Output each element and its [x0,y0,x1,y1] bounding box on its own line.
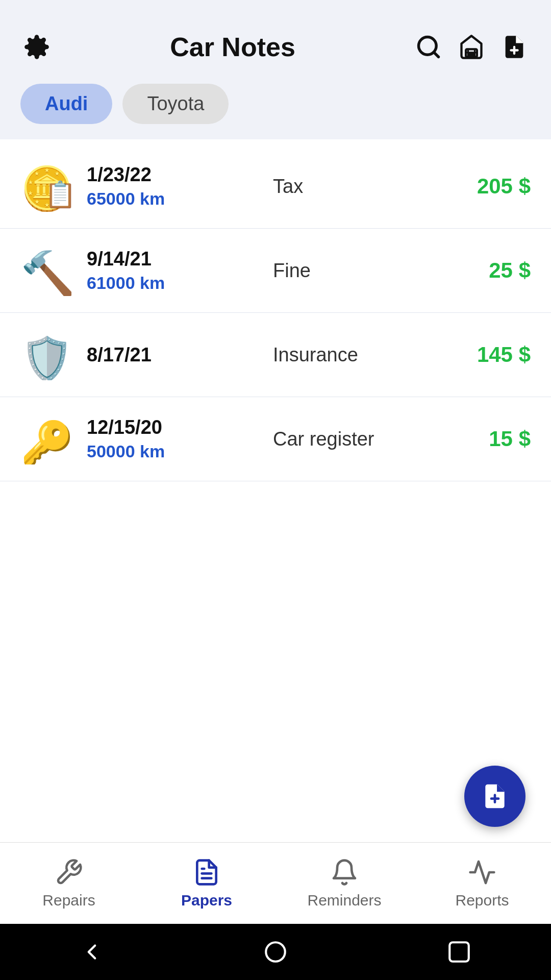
nav-reminders-label: Reminders [307,892,381,909]
record-type: Tax [263,176,434,198]
record-type: Fine [263,260,434,282]
record-info: 9/14/2161000 km [87,248,247,293]
list-item[interactable]: 🔑12/15/2050000 kmCar register15 $ [0,397,551,481]
nav-reports-label: Reports [455,892,509,909]
list-item[interactable]: 🛡️8/17/21Insurance145 $ [0,313,551,397]
record-km: 50000 km [87,442,247,461]
bottom-navigation: Repairs Papers Reminders Reports [0,842,551,924]
nav-papers[interactable]: Papers [138,843,276,924]
svg-line-1 [434,52,438,57]
record-amount: 15 $ [449,427,531,451]
record-amount: 145 $ [449,342,531,367]
record-date: 8/17/21 [87,344,247,366]
add-record-fab[interactable] [464,766,525,827]
svg-text:🔨: 🔨 [20,248,71,296]
app-title: Car Notes [63,32,402,62]
svg-rect-17 [449,942,469,962]
settings-button[interactable] [20,31,53,63]
record-type: Insurance [263,344,434,366]
record-date: 1/23/22 [87,164,247,186]
svg-text:🛡️: 🛡️ [20,334,71,380]
list-item[interactable]: 🔨9/14/2161000 kmFine25 $ [0,229,551,313]
record-icon-2: 🔨 [20,245,71,296]
record-km: 61000 km [87,273,247,293]
svg-point-16 [266,942,285,962]
nav-reminders[interactable]: Reminders [276,843,413,924]
nav-repairs-label: Repairs [42,892,95,909]
tab-audi[interactable]: Audi [20,84,112,124]
tab-toyota[interactable]: Toyota [122,84,229,124]
record-icon-4: 🔑 [20,413,71,464]
records-list: 🪙 📋 1/23/2265000 kmTax205 $🔨9/14/2161000… [0,139,551,842]
record-date: 12/15/20 [87,416,247,438]
nav-repairs[interactable]: Repairs [0,843,138,924]
content-area: 🪙 📋 1/23/2265000 kmTax205 $🔨9/14/2161000… [0,139,551,842]
home-button[interactable] [258,934,293,970]
search-button[interactable] [412,31,445,63]
svg-point-3 [469,53,474,57]
back-button[interactable] [74,934,110,970]
list-item[interactable]: 🪙 📋 1/23/2265000 kmTax205 $ [0,144,551,229]
nav-reports[interactable]: Reports [413,843,551,924]
record-km: 65000 km [87,189,247,209]
car-tabs: Audi Toyota [0,74,551,139]
record-icon-3: 🛡️ [20,329,71,380]
record-amount: 205 $ [449,174,531,199]
record-info: 1/23/2265000 km [87,164,247,209]
record-amount: 25 $ [449,258,531,283]
add-document-button[interactable] [498,31,531,63]
record-date: 9/14/21 [87,248,247,270]
record-type: Car register [263,428,434,450]
record-icon-1: 🪙 📋 [20,161,71,212]
nav-papers-label: Papers [181,892,232,909]
recents-button[interactable] [441,934,477,970]
garage-button[interactable] [455,31,488,63]
system-navigation [0,924,551,980]
record-info: 12/15/2050000 km [87,416,247,461]
svg-text:📋: 📋 [44,179,71,210]
header: Car Notes [0,0,551,74]
svg-text:🔑: 🔑 [20,418,71,464]
record-info: 8/17/21 [87,344,247,366]
